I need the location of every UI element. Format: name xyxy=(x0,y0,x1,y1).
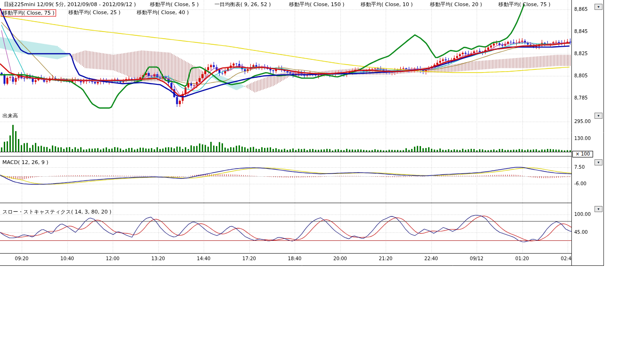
time-axis-label: 21:20 xyxy=(379,256,393,261)
time-axis-label: 18:40 xyxy=(288,256,302,261)
legend-symbol-info: 日経225mini 12/09( 5分, 2012/09/08 - 2012/0… xyxy=(4,1,136,8)
time-axis-label: 10:40 xyxy=(60,256,74,261)
chevron-down-icon: ▼ xyxy=(597,161,600,164)
time-axis-label: 20:00 xyxy=(333,256,347,261)
legend-ma-close-25[interactable]: 移動平均( Close, 25 ) xyxy=(68,9,121,16)
legend-ma-close-5[interactable]: 移動平均( Close, 5 ) xyxy=(150,1,199,8)
time-axis: 09:2010:4012:0013:2014:4017:2018:4020:00… xyxy=(0,256,571,263)
legend-ma-close-75[interactable]: 移動平均( Close, 75 ) xyxy=(498,1,551,8)
stoch-pane-dropdown-button[interactable]: ▼ xyxy=(594,206,603,212)
chevron-down-icon: ▼ xyxy=(597,114,600,117)
legend-ichimoku[interactable]: 一目均衡表( 9, 26, 52 ) xyxy=(215,1,271,8)
chevron-down-icon: ▼ xyxy=(597,207,600,211)
price-pane-dropdown-button[interactable]: ▼ xyxy=(594,4,603,10)
chart-plot-area[interactable] xyxy=(0,0,604,267)
macd-pane-label: MACD( 12, 26, 9 ) xyxy=(2,159,49,165)
time-axis-label: 17:20 xyxy=(242,256,256,261)
time-axis-label: 01:20 xyxy=(515,256,529,261)
time-axis-label: 09/12 xyxy=(470,256,484,261)
legend-ma-close-75-selected[interactable]: 移動平均( Close, 75 ) xyxy=(1,9,56,16)
legend-ma-close-20[interactable]: 移動平均( Close, 20 ) xyxy=(430,1,482,8)
macd-pane-dropdown-button[interactable]: ▼ xyxy=(594,159,603,165)
time-axis-label: 12:00 xyxy=(106,256,120,261)
chevron-down-icon: ▼ xyxy=(597,5,600,8)
time-axis-label: 13:20 xyxy=(151,256,165,261)
axis-multiplier-badge: × 100 xyxy=(572,151,593,157)
volume-pane-label: 出来高 xyxy=(2,112,18,119)
time-axis-label: 02:40 xyxy=(561,256,571,261)
legend-ma-close-150[interactable]: 移動平均( Close, 150 ) xyxy=(289,1,345,8)
legend-ma-close-40[interactable]: 移動平均( Close, 40 ) xyxy=(137,9,189,16)
legend-ma-close-10[interactable]: 移動平均( Close, 10 ) xyxy=(361,1,413,8)
volume-pane-dropdown-button[interactable]: ▼ xyxy=(594,113,603,119)
time-axis-label: 22:40 xyxy=(424,256,438,261)
stochastics-pane-label: スロー・ストキャスティクス( 14, 3, 80, 20 ) xyxy=(2,208,111,215)
chart-window: 日経225mini 12/09( 5分, 2012/09/08 - 2012/0… xyxy=(0,0,644,362)
time-axis-label: 09:20 xyxy=(15,256,29,261)
time-axis-label: 14:40 xyxy=(197,256,211,261)
